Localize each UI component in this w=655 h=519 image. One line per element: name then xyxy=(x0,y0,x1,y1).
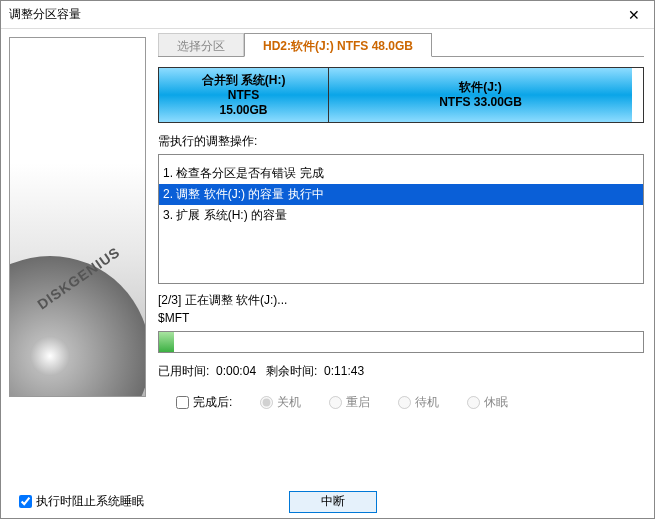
status-detail: $MFT xyxy=(158,311,644,325)
elapsed-value: 0:00:04 xyxy=(216,364,256,378)
list-item[interactable]: 3. 扩展 系统(H:) 的容量 xyxy=(159,205,643,226)
status-counter: [2/3] 正在调整 软件(J:)... xyxy=(158,292,644,309)
content-area: DISKGENIUS 选择分区 HD2:软件(J:) NTFS 48.0GB 合… xyxy=(1,29,654,484)
sidebar: DISKGENIUS xyxy=(1,29,154,484)
partition-fs: NTFS xyxy=(159,88,328,103)
bottom-bar: 执行时阻止系统睡眠 中断 xyxy=(1,484,654,519)
elapsed-label: 已用时间: xyxy=(158,364,209,378)
radio-restart[interactable]: 重启 xyxy=(329,394,370,411)
partition-title: 软件(J:) xyxy=(329,80,632,95)
operations-header: 需执行的调整操作: xyxy=(158,133,644,150)
remain-value: 0:11:43 xyxy=(324,364,364,378)
tab-select-partition[interactable]: 选择分区 xyxy=(158,33,244,56)
title-bar: 调整分区容量 ✕ xyxy=(1,1,654,29)
tab-bar: 选择分区 HD2:软件(J:) NTFS 48.0GB xyxy=(158,33,644,57)
partition-merge-target[interactable]: 合并到 系统(H:) NTFS 15.00GB xyxy=(159,68,329,122)
progress-fill xyxy=(159,332,174,352)
after-complete-input[interactable] xyxy=(176,396,189,409)
partition-title: 合并到 系统(H:) xyxy=(159,73,328,88)
partition-size: 15.00GB xyxy=(159,103,328,118)
window-title: 调整分区容量 xyxy=(9,6,81,23)
list-item[interactable]: 2. 调整 软件(J:) 的容量 执行中 xyxy=(159,184,643,205)
partition-fs: NTFS 33.00GB xyxy=(329,95,632,110)
abort-button[interactable]: 中断 xyxy=(289,491,377,513)
radio-standby[interactable]: 待机 xyxy=(398,394,439,411)
radio-hibernate[interactable]: 休眠 xyxy=(467,394,508,411)
close-button[interactable]: ✕ xyxy=(614,1,654,29)
remain-label: 剩余时间: xyxy=(266,364,317,378)
after-complete-checkbox[interactable]: 完成后: xyxy=(176,394,232,411)
list-item[interactable]: 1. 检查各分区是否有错误 完成 xyxy=(159,163,643,184)
tab-active-partition[interactable]: HD2:软件(J:) NTFS 48.0GB xyxy=(244,33,432,57)
disk-illustration: DISKGENIUS xyxy=(9,37,146,397)
partition-source[interactable]: 软件(J:) NTFS 33.00GB xyxy=(329,68,632,122)
partition-bar: 合并到 系统(H:) NTFS 15.00GB 软件(J:) NTFS 33.0… xyxy=(158,67,644,123)
after-complete-row: 完成后: 关机 重启 待机 休眠 xyxy=(176,394,644,411)
main-panel: 选择分区 HD2:软件(J:) NTFS 48.0GB 合并到 系统(H:) N… xyxy=(154,29,654,484)
radio-shutdown[interactable]: 关机 xyxy=(260,394,301,411)
time-info: 已用时间: 0:00:04 剩余时间: 0:11:43 xyxy=(158,363,644,380)
progress-bar xyxy=(158,331,644,353)
operations-list: 1. 检查各分区是否有错误 完成 2. 调整 软件(J:) 的容量 执行中 3.… xyxy=(158,154,644,284)
